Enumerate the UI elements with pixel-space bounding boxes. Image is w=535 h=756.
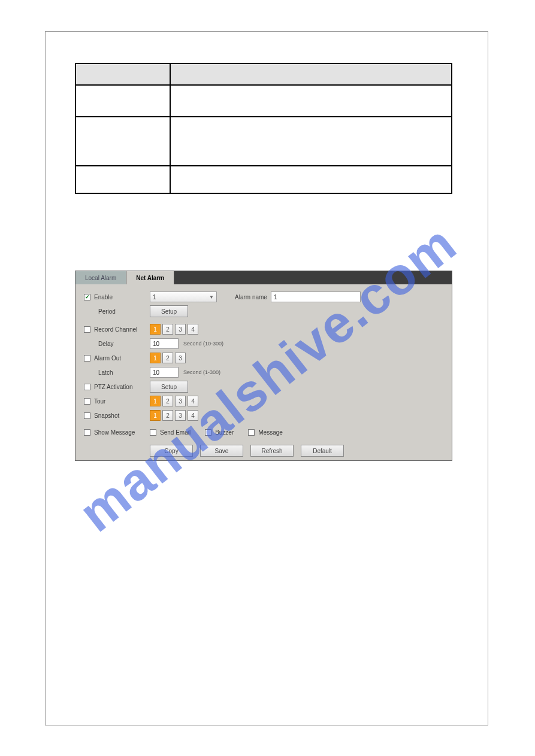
table-header-parameter: Parameter xyxy=(75,63,170,85)
alarm-out-checkbox[interactable] xyxy=(84,355,90,362)
message-label: Message xyxy=(258,429,283,436)
table-cell: If you enabled this function, System can… xyxy=(170,85,452,117)
tour-label: Tour xyxy=(94,398,105,405)
snapshot-1-button[interactable]: 1 xyxy=(150,410,161,421)
alarm-out-1-button[interactable]: 1 xyxy=(150,353,161,363)
alarm-name-label: Alarm name xyxy=(235,294,267,300)
delay-value: 10 xyxy=(153,341,159,347)
default-button[interactable]: Default xyxy=(301,445,344,457)
tour-4-button[interactable]: 4 xyxy=(188,396,198,406)
record-channel-checkbox[interactable] xyxy=(84,326,90,333)
delay-input[interactable]: 10 xyxy=(150,338,179,349)
record-channel-2-button[interactable]: 2 xyxy=(162,324,173,335)
alarm-name-value: 1 xyxy=(274,294,277,300)
alarm-out-3-button[interactable]: 3 xyxy=(175,353,186,363)
tab-bar: Local Alarm Net Alarm xyxy=(75,271,452,284)
save-button[interactable]: Save xyxy=(200,445,243,457)
ptz-setup-button[interactable]: Setup xyxy=(150,381,188,393)
record-channel-3-button[interactable]: 3 xyxy=(175,324,186,335)
refresh-button[interactable]: Refresh xyxy=(250,445,294,457)
record-channel-4-button[interactable]: 4 xyxy=(188,324,198,335)
alarm-out-2-button[interactable]: 2 xyxy=(162,353,173,363)
tour-checkbox[interactable] xyxy=(84,398,90,405)
alarm-out-label: Alarm Out xyxy=(94,355,121,362)
snapshot-checkbox[interactable] xyxy=(84,412,90,419)
table-cell: You need to check the box here so that s… xyxy=(170,117,452,166)
delay-label: Delay xyxy=(98,341,114,347)
snapshot-label: Snapshot xyxy=(94,412,119,419)
table-cell: Check the box here to enable this functi… xyxy=(170,166,452,193)
show-message-label: Show Message xyxy=(94,429,135,436)
send-email-checkbox[interactable] xyxy=(150,429,156,436)
tour-1-button[interactable]: 1 xyxy=(150,396,161,406)
enable-checkbox[interactable]: ✔ xyxy=(84,294,90,300)
channel-select-value: 1 xyxy=(153,294,156,300)
panel-body: ✔ Enable 1 ▼ Alarm name 1 Period Setup R… xyxy=(75,284,452,463)
section-intro: The network alarm interface is shown as … xyxy=(75,227,252,236)
figure-label: Figure 5-45 xyxy=(75,473,452,480)
section-body: The network alarm interface is shown as … xyxy=(75,227,252,236)
snapshot-4-button[interactable]: 4 xyxy=(188,410,198,421)
param-table: Parameter Function Email If you enabled … xyxy=(75,63,452,194)
latch-label: Latch xyxy=(98,369,113,376)
latch-value: 10 xyxy=(153,369,159,376)
table-header-function: Function xyxy=(170,63,452,85)
table-cell: Buzzer xyxy=(75,166,170,193)
table-cell: Snapshot xyxy=(75,117,170,166)
tour-3-button[interactable]: 3 xyxy=(175,396,186,406)
period-label: Period xyxy=(98,308,116,315)
tab-local-alarm[interactable]: Local Alarm xyxy=(75,271,126,284)
ptz-checkbox[interactable] xyxy=(84,384,90,390)
channel-select[interactable]: 1 ▼ xyxy=(150,292,217,302)
alarm-name-input[interactable]: 1 xyxy=(271,292,361,302)
record-channel-1-button[interactable]: 1 xyxy=(150,324,161,335)
snapshot-3-button[interactable]: 3 xyxy=(175,410,186,421)
table-cell: Email xyxy=(75,85,170,117)
chevron-down-icon: ▼ xyxy=(209,294,214,300)
buzzer-label: Buzzer xyxy=(215,429,234,436)
period-setup-button[interactable]: Setup xyxy=(150,305,188,317)
tab-net-alarm[interactable]: Net Alarm xyxy=(126,271,174,284)
message-checkbox[interactable] xyxy=(248,429,255,436)
latch-hint: Second (1-300) xyxy=(183,369,220,375)
snapshot-2-button[interactable]: 2 xyxy=(162,410,173,421)
send-email-label: Send Email xyxy=(160,429,191,436)
show-message-checkbox[interactable] xyxy=(84,429,90,436)
record-channel-label: Record Channel xyxy=(94,326,137,333)
tour-2-button[interactable]: 2 xyxy=(162,396,173,406)
net-alarm-panel: Local Alarm Net Alarm ✔ Enable 1 ▼ Alarm… xyxy=(75,271,452,461)
ptz-label: PTZ Activation xyxy=(94,384,132,390)
delay-hint: Second (10-300) xyxy=(183,341,223,347)
copy-button[interactable]: Copy xyxy=(150,445,193,457)
latch-input[interactable]: 10 xyxy=(150,367,179,378)
enable-label: Enable xyxy=(94,294,113,300)
buzzer-checkbox[interactable] xyxy=(205,429,211,436)
